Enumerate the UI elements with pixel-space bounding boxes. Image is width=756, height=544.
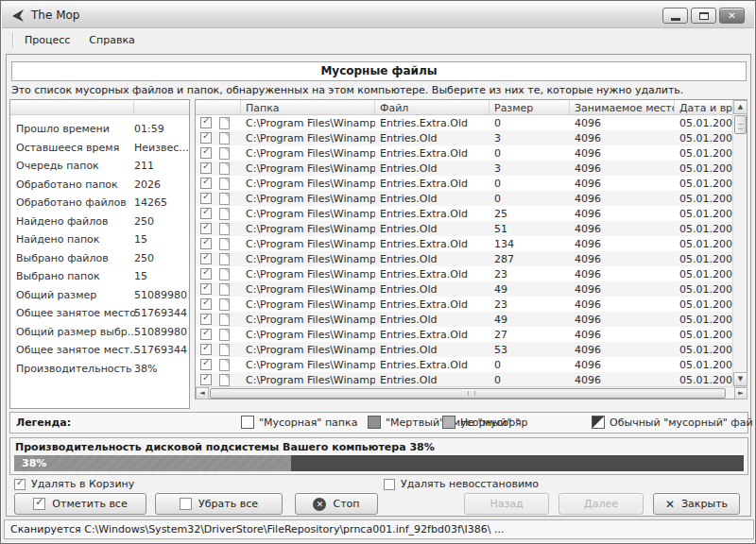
table-row[interactable]: ✓C:\Program Files\Winamp\...Entries.Extr…	[196, 357, 733, 372]
scroll-right-icon[interactable]: ►	[734, 387, 747, 400]
row-checkbox[interactable]: ✓	[200, 223, 212, 234]
row-checkbox[interactable]: ✓	[200, 238, 212, 249]
scroll-up-icon[interactable]: ▲	[733, 100, 747, 114]
cell-file: Entries.Old	[375, 314, 490, 326]
minimize-button[interactable]	[662, 8, 688, 24]
row-checkbox[interactable]: ✓	[200, 253, 212, 264]
check-icon: ✓	[202, 223, 210, 231]
row-checkbox[interactable]: ✓	[200, 359, 212, 370]
row-checkbox[interactable]: ✓	[200, 283, 212, 295]
vertical-scrollbar[interactable]: ▲ ▼	[732, 100, 747, 386]
file-icon	[219, 344, 230, 356]
row-checkbox[interactable]: ✓	[200, 193, 212, 204]
stat-row: Выбрано папок15	[10, 267, 189, 286]
status-text: Сканируется C:\Windows\System32\DriverSt…	[10, 523, 747, 536]
row-checkbox[interactable]: ✓	[200, 374, 212, 385]
file-icon	[219, 208, 230, 220]
maximize-button[interactable]	[691, 8, 716, 24]
back-button[interactable]: Назад	[464, 493, 549, 515]
table-row[interactable]: ✓C:\Program Files\Winamp\...Entries.Old0…	[196, 372, 733, 387]
vertical-scroll-thumb[interactable]	[734, 115, 747, 134]
check-all-button[interactable]: ✓ Отметить все	[14, 493, 146, 515]
stat-row: Очередь папок211	[10, 157, 189, 176]
header-file[interactable]: Файл	[375, 100, 490, 114]
cell-file: Entries.Extra.Old	[375, 298, 490, 311]
cell-folder: C:\Program Files\Winamp\...	[241, 208, 375, 220]
check-icon: ✓	[202, 314, 210, 322]
table-row[interactable]: ✓C:\Program Files\Winamp\...Entries.Extr…	[196, 266, 733, 281]
row-checkbox[interactable]: ✓	[200, 208, 212, 219]
cell-space: 4096	[570, 314, 675, 326]
permanent-checkbox[interactable]	[384, 479, 395, 490]
cell-size: 0	[490, 147, 570, 160]
close-window-button[interactable]: ✕	[719, 8, 745, 24]
horizontal-scroll-thumb[interactable]	[210, 388, 726, 399]
checked-box-icon: ✓	[33, 498, 45, 510]
row-checkbox[interactable]: ✓	[200, 132, 212, 144]
cell-size: 0	[490, 117, 570, 129]
recycle-option[interactable]: ✓ Удалять в Корзину	[14, 478, 134, 490]
table-row[interactable]: ✓C:\Program Files\Winamp\...Entries.Old4…	[196, 312, 733, 327]
table-row[interactable]: ✓C:\Program Files\Winamp\...Entries.Extr…	[196, 327, 733, 342]
table-row[interactable]: ✓C:\Program Files\Winamp\...Entries.Extr…	[196, 145, 733, 161]
cell-size: 23	[490, 268, 570, 280]
file-icon	[219, 298, 230, 311]
stat-row: Общий размер выбр...51089980	[10, 323, 189, 342]
next-button[interactable]: Далее	[558, 493, 644, 515]
menu-help[interactable]: Справка	[80, 31, 143, 49]
table-row[interactable]: ✓C:\Program Files\Winamp\...Entries.Extr…	[196, 297, 733, 312]
scroll-down-icon[interactable]: ▼	[733, 372, 747, 386]
header-date[interactable]: Дата и время	[675, 100, 733, 114]
table-row[interactable]: ✓C:\Program Files\Winamp\...Entries.Old4…	[196, 281, 733, 297]
cell-file: Entries.Old	[375, 132, 490, 144]
horizontal-scrollbar[interactable]: ◄ ►	[196, 386, 747, 399]
header-space[interactable]: Занимаемое место	[570, 100, 675, 114]
row-checkbox[interactable]: ✓	[200, 314, 212, 325]
check-icon: ✓	[202, 298, 210, 307]
row-checkbox[interactable]: ✓	[200, 329, 212, 340]
row-checkbox[interactable]: ✓	[200, 344, 212, 355]
cell-space: 4096	[570, 223, 675, 235]
table-row[interactable]: ✓C:\Program Files\Winamp\...Entries.Extr…	[196, 206, 733, 221]
file-icon	[219, 147, 230, 160]
recycle-checkbox[interactable]: ✓	[14, 479, 26, 490]
row-checkbox[interactable]: ✓	[200, 268, 212, 280]
row-checkbox[interactable]: ✓	[200, 147, 212, 159]
check-icon: ✓	[202, 162, 210, 171]
table-row[interactable]: ✓C:\Program Files\Winamp\...Entries.Old0…	[196, 191, 733, 206]
table-row[interactable]: ✓C:\Program Files\Winamp\...Entries.Extr…	[196, 115, 733, 130]
table-row[interactable]: ✓C:\Program Files\Winamp\...Entries.Old2…	[196, 251, 733, 266]
table-row[interactable]: ✓C:\Program Files\Winamp\...Entries.Old5…	[196, 342, 733, 357]
cell-folder: C:\Program Files\Winamp\...	[241, 329, 375, 341]
stat-value: 211	[134, 160, 154, 172]
uncheck-all-button[interactable]: Убрать все	[155, 493, 283, 515]
scroll-left-icon[interactable]: ◄	[196, 387, 209, 400]
row-checkbox[interactable]: ✓	[200, 178, 212, 189]
menu-process[interactable]: Процесс	[16, 31, 78, 49]
header-folder[interactable]: Папка	[241, 100, 375, 114]
stat-row: Общий размер51089980	[10, 286, 189, 305]
stat-row: Производительность38%	[10, 360, 189, 379]
stat-label: Общий размер выбр...	[16, 326, 137, 338]
cell-size: 3	[490, 132, 570, 144]
maximize-icon	[699, 12, 709, 20]
permanent-option[interactable]: Удалять невосстановимо	[384, 478, 539, 490]
table-row[interactable]: ✓C:\Program Files\Winamp\...Entries.Old3…	[196, 161, 733, 176]
stop-button[interactable]: ✕ Стоп	[295, 493, 378, 515]
stat-label: Найдено папок	[16, 233, 99, 246]
table-row[interactable]: ✓C:\Program Files\Winamp\...Entries.Old3…	[196, 130, 733, 145]
row-checkbox[interactable]: ✓	[200, 117, 212, 128]
stat-label: Выбрано папок	[16, 270, 100, 282]
header-size[interactable]: Размер	[490, 100, 570, 114]
legend-swatch-gray	[442, 416, 455, 429]
table-row[interactable]: ✓C:\Program Files\Winamp\...Entries.Extr…	[196, 176, 733, 191]
close-button[interactable]: ✕ Закрыть	[653, 493, 740, 515]
table-row[interactable]: ✓C:\Program Files\Winamp\...Entries.Old5…	[196, 221, 733, 236]
stats-list: Прошло времени01:59Оставшееся времяНеизв…	[10, 115, 189, 378]
row-checkbox[interactable]: ✓	[200, 298, 212, 310]
row-checkbox[interactable]: ✓	[200, 162, 212, 174]
table-row[interactable]: ✓C:\Program Files\Winamp\...Entries.Extr…	[196, 236, 733, 251]
file-icon	[219, 117, 230, 129]
check-icon: ✓	[202, 374, 210, 382]
cell-folder: C:\Program Files\Winamp\...	[241, 268, 375, 280]
